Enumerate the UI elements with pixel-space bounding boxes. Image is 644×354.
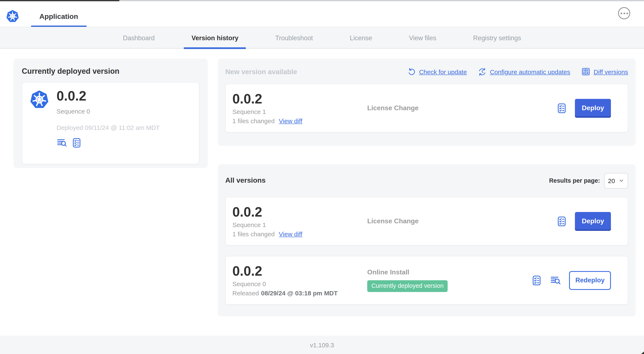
ellipsis-icon xyxy=(626,12,628,14)
preflight-checks-button[interactable] xyxy=(531,275,542,286)
row-released-date: 08/29/24 @ 03:18 pm MDT xyxy=(261,289,338,296)
tab-version-history[interactable]: Version history xyxy=(184,28,246,49)
deployed-sequence: Sequence 0 xyxy=(56,108,160,115)
currently-deployed-panel: Currently deployed version 0.0.2 Sequenc… xyxy=(14,59,208,168)
row-version: 0.0.2 xyxy=(232,205,367,220)
all-versions-panel: All versions Results per page: 20 0.0.2 … xyxy=(218,164,636,316)
row-sequence: Sequence 1 xyxy=(232,108,367,115)
results-per-page-value: 20 xyxy=(608,177,616,184)
view-logs-button[interactable] xyxy=(56,137,68,148)
app-title: Application xyxy=(39,13,78,27)
app-tab-active-underline xyxy=(31,26,86,27)
preflight-checklist-icon xyxy=(71,137,82,148)
check-for-update-link[interactable]: Check for update xyxy=(407,68,467,76)
version-row-sequence-1: 0.0.2 Sequence 1 1 files changed View di… xyxy=(225,197,628,245)
new-version-title: New version available xyxy=(225,68,297,76)
row-source: License Change xyxy=(367,217,418,225)
preflight-checklist-icon xyxy=(556,216,567,227)
footer: v1.109.3 xyxy=(0,335,644,354)
configure-automatic-updates-link[interactable]: Configure automatic updates xyxy=(478,67,570,76)
row-released-label: Released xyxy=(232,289,259,296)
tab-registry-settings[interactable]: Registry settings xyxy=(466,28,529,49)
tab-view-files[interactable]: View files xyxy=(401,28,444,49)
preflight-checks-button[interactable] xyxy=(556,102,567,114)
deployed-version: 0.0.2 xyxy=(56,88,160,104)
row-source: License Change xyxy=(367,104,418,112)
deployed-timestamp: Deployed 09/11/24 @ 11:02 am MDT xyxy=(56,124,160,131)
diff-versions-label: Diff versions xyxy=(594,68,628,75)
results-per-page-select[interactable]: 20 xyxy=(604,173,628,188)
auto-update-icon xyxy=(478,67,486,76)
configure-automatic-updates-label: Configure automatic updates xyxy=(490,68,570,75)
row-files-changed: 1 files changed xyxy=(232,230,275,237)
deployed-info: 0.0.2 Sequence 0 Deployed 09/11/24 @ 11:… xyxy=(56,88,160,158)
kubernetes-app-icon xyxy=(29,89,50,110)
new-version-row: 0.0.2 Sequence 1 1 files changed View di… xyxy=(225,84,628,132)
deploy-button[interactable]: Deploy xyxy=(575,212,611,231)
kubernetes-logo-icon xyxy=(6,9,20,24)
ellipsis-icon xyxy=(623,12,625,14)
ellipsis-icon xyxy=(620,12,622,14)
app-tab-application[interactable]: Application xyxy=(31,1,86,27)
page: Application Dashboard Version history Tr… xyxy=(0,0,644,354)
chevron-down-icon xyxy=(618,178,624,183)
app-header: Application xyxy=(0,1,644,27)
view-logs-button[interactable] xyxy=(550,275,562,286)
preflight-checklist-icon xyxy=(531,275,542,286)
all-versions-title: All versions xyxy=(225,176,266,185)
currently-deployed-card: 0.0.2 Sequence 0 Deployed 09/11/24 @ 11:… xyxy=(22,82,199,164)
row-version: 0.0.2 xyxy=(232,264,367,279)
row-source: Online Install xyxy=(367,269,409,276)
deploy-button[interactable]: Deploy xyxy=(575,99,611,118)
currently-deployed-title: Currently deployed version xyxy=(22,67,199,76)
new-version-panel: New version available Check for update C… xyxy=(218,59,636,146)
tab-dashboard[interactable]: Dashboard xyxy=(115,28,162,49)
preflight-checks-button[interactable] xyxy=(556,216,567,227)
check-for-update-label: Check for update xyxy=(419,68,467,75)
row-sequence: Sequence 0 xyxy=(232,280,367,287)
console-version: v1.109.3 xyxy=(310,341,334,348)
kebab-menu-button[interactable] xyxy=(618,7,630,19)
refresh-icon xyxy=(407,68,416,76)
row-sequence: Sequence 1 xyxy=(232,221,367,228)
tab-troubleshoot[interactable]: Troubleshoot xyxy=(268,28,320,49)
view-logs-icon xyxy=(550,275,562,286)
version-row-sequence-0: 0.0.2 Sequence 0 Released 08/29/24 @ 03:… xyxy=(225,256,628,304)
preflight-checks-button[interactable] xyxy=(71,137,82,148)
row-files-changed: 1 files changed xyxy=(232,117,275,124)
view-logs-icon xyxy=(56,137,68,148)
row-version: 0.0.2 xyxy=(232,92,367,107)
currently-deployed-badge: Currently deployed version xyxy=(367,280,448,292)
view-diff-link[interactable]: View diff xyxy=(279,230,302,237)
tab-license[interactable]: License xyxy=(342,28,380,49)
view-diff-link[interactable]: View diff xyxy=(279,117,302,124)
preflight-checklist-icon xyxy=(556,102,567,114)
diff-versions-link[interactable]: Diff versions xyxy=(581,67,628,76)
diff-icon xyxy=(581,67,590,76)
redeploy-button[interactable]: Redeploy xyxy=(569,271,611,290)
nav-tabs: Dashboard Version history Troubleshoot L… xyxy=(0,28,644,49)
results-per-page-label: Results per page: xyxy=(549,177,600,184)
